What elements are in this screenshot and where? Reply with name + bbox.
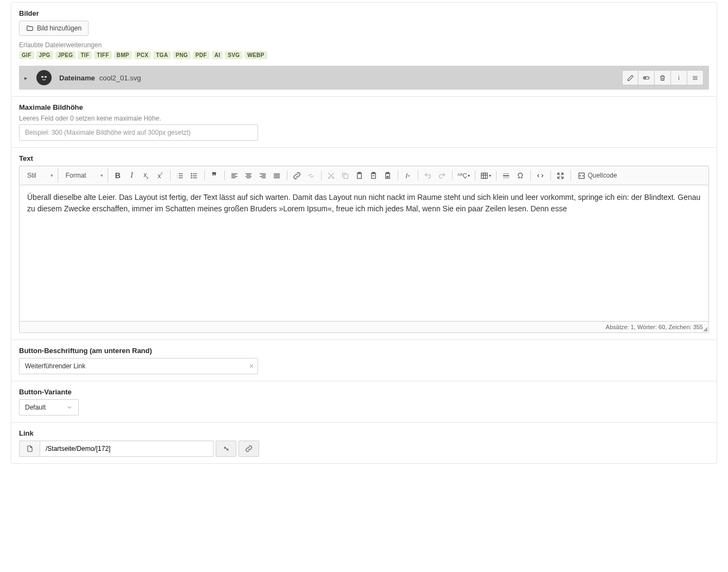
spellcheck-button[interactable]: ᴬᴮÇ▾ bbox=[456, 168, 472, 183]
copy-button[interactable] bbox=[339, 168, 352, 183]
button-variant-select[interactable]: Default bbox=[19, 399, 79, 416]
maximize-button[interactable] bbox=[554, 168, 567, 183]
svg-rect-2 bbox=[45, 76, 47, 78]
iframe-button[interactable] bbox=[534, 168, 547, 183]
add-image-label: Bild hinzufügen bbox=[37, 24, 81, 32]
toggle-button[interactable] bbox=[638, 70, 655, 85]
svg-point-11 bbox=[332, 177, 334, 179]
paste-button[interactable] bbox=[353, 168, 366, 183]
subscript-button[interactable]: x₂ bbox=[140, 168, 153, 183]
ext-tag: TIF bbox=[78, 51, 92, 59]
svg-rect-12 bbox=[344, 174, 348, 179]
cool-face-icon bbox=[39, 73, 49, 83]
paste-word-button[interactable] bbox=[381, 168, 394, 183]
ext-tag: PCX bbox=[134, 51, 151, 59]
cut-button[interactable] bbox=[325, 168, 338, 183]
svg-rect-6 bbox=[679, 77, 679, 80]
rich-text-editor: Stil▾ Format▾ B I x₂ x² ❞ bbox=[19, 166, 709, 333]
paste-text-button[interactable] bbox=[367, 168, 380, 183]
filename-label: Dateiname bbox=[59, 74, 95, 82]
svg-point-9 bbox=[191, 177, 192, 178]
svg-point-7 bbox=[191, 173, 192, 174]
link-picker-button[interactable] bbox=[216, 441, 236, 457]
link-type-icon bbox=[19, 441, 40, 457]
filename-value: cool2_01.svg bbox=[99, 74, 141, 82]
folder-icon bbox=[26, 24, 34, 32]
chevron-down-icon bbox=[66, 404, 73, 411]
ext-tag: JPEG bbox=[55, 51, 76, 59]
editor-stats: Absätze: 1, Wörter: 60, Zeichen: 355 bbox=[606, 324, 703, 330]
source-button[interactable]: Quellcode bbox=[574, 168, 620, 183]
button-variant-value: Default bbox=[25, 404, 46, 411]
delete-button[interactable] bbox=[655, 70, 671, 85]
svg-point-8 bbox=[191, 175, 192, 175]
remove-format-button[interactable]: I× bbox=[401, 168, 415, 183]
ext-tag: JPG bbox=[36, 51, 53, 59]
format-dropdown[interactable]: Format▾ bbox=[61, 168, 108, 183]
clear-icon[interactable]: × bbox=[249, 362, 254, 370]
special-char-button[interactable]: Ω bbox=[514, 168, 527, 183]
style-dropdown[interactable]: Stil▾ bbox=[23, 168, 58, 183]
bold-button[interactable]: B bbox=[111, 168, 124, 183]
maxheight-hint: Leeres Feld oder 0 setzen keine maximale… bbox=[19, 115, 709, 122]
ext-tag: PDF bbox=[193, 51, 210, 59]
link-open-button[interactable] bbox=[239, 441, 259, 457]
resize-grip[interactable] bbox=[702, 326, 707, 331]
expand-icon[interactable]: ▸ bbox=[24, 75, 31, 81]
italic-button[interactable]: I bbox=[125, 168, 139, 183]
align-left-button[interactable] bbox=[228, 168, 241, 183]
editor-toolbar: Stil▾ Format▾ B I x₂ x² ❞ bbox=[20, 166, 708, 185]
ext-tag: AI bbox=[212, 51, 223, 59]
maxheight-input[interactable] bbox=[19, 124, 258, 141]
edit-button[interactable] bbox=[622, 70, 638, 85]
button-label-input[interactable] bbox=[19, 358, 258, 374]
section-maxheight: Maximale Bildhöhe Leeres Feld oder 0 set… bbox=[11, 96, 717, 147]
file-thumbnail bbox=[36, 70, 52, 85]
file-row[interactable]: ▸ Dateiname cool2_01.svg bbox=[19, 66, 709, 90]
ext-tag: BMP bbox=[114, 51, 132, 59]
svg-point-5 bbox=[679, 76, 680, 77]
align-center-button[interactable] bbox=[242, 168, 255, 183]
svg-point-0 bbox=[40, 73, 49, 83]
undo-button[interactable] bbox=[422, 168, 435, 183]
unlink-button[interactable] bbox=[305, 168, 318, 183]
redo-button[interactable] bbox=[436, 168, 449, 183]
ext-tag: SVG bbox=[225, 51, 242, 59]
link-title: Link bbox=[19, 429, 709, 437]
align-justify-button[interactable] bbox=[271, 168, 284, 183]
section-button-variant: Button-Variante Default bbox=[11, 381, 717, 422]
link-button[interactable] bbox=[291, 168, 304, 183]
align-right-button[interactable] bbox=[256, 168, 269, 183]
svg-point-22 bbox=[227, 449, 228, 450]
section-link: Link bbox=[11, 422, 717, 463]
button-label-title: Button-Beschriftung (am unteren Rand) bbox=[19, 347, 709, 355]
ext-tag: TIFF bbox=[94, 51, 111, 59]
editor-content[interactable]: Überall dieselbe alte Leier. Das Layout … bbox=[20, 185, 708, 321]
ext-tag: WEBP bbox=[244, 51, 267, 59]
svg-rect-19 bbox=[481, 173, 487, 178]
blockquote-button[interactable]: ❞ bbox=[208, 168, 221, 183]
ext-tag: GIF bbox=[19, 51, 34, 59]
hr-button[interactable] bbox=[500, 168, 513, 183]
link-input[interactable] bbox=[40, 441, 214, 457]
ext-tag: PNG bbox=[173, 51, 191, 59]
section-button-label: Button-Beschriftung (am unteren Rand) × bbox=[11, 340, 717, 381]
add-image-button[interactable]: Bild hinzufügen bbox=[19, 21, 89, 36]
svg-rect-1 bbox=[41, 76, 44, 78]
unordered-list-button[interactable] bbox=[188, 168, 201, 183]
menu-button[interactable] bbox=[687, 70, 704, 85]
svg-point-10 bbox=[329, 177, 330, 179]
button-variant-title: Button-Variante bbox=[19, 388, 709, 396]
text-title: Text bbox=[19, 154, 709, 162]
info-button[interactable] bbox=[671, 70, 687, 85]
section-text: Text Stil▾ Format▾ B I x₂ x² ❞ bbox=[11, 147, 717, 340]
ext-hint: Erlaubte Dateierweiterungen bbox=[19, 41, 709, 49]
ordered-list-button[interactable] bbox=[174, 168, 187, 183]
svg-point-4 bbox=[644, 77, 646, 78]
superscript-button[interactable]: x² bbox=[154, 168, 167, 183]
file-actions bbox=[622, 70, 704, 85]
ext-tag: TGA bbox=[153, 51, 171, 59]
section-images: Bilder Bild hinzufügen Erlaubte Dateierw… bbox=[11, 3, 717, 96]
table-button[interactable]: ▾ bbox=[479, 168, 493, 183]
images-title: Bilder bbox=[19, 9, 709, 17]
